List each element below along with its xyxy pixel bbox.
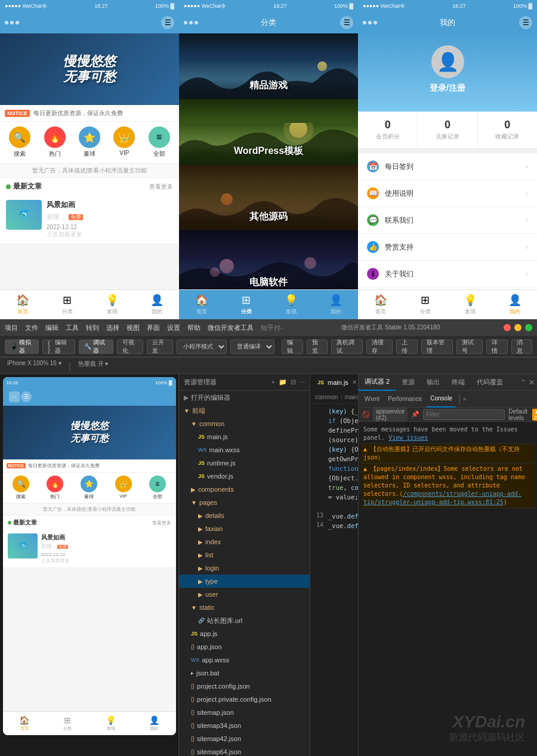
- win-min-btn[interactable]: [514, 324, 521, 331]
- menu-file[interactable]: 文件: [25, 323, 38, 332]
- mini-nav-home[interactable]: 🏠 首页: [3, 712, 47, 735]
- panel3-nav-category[interactable]: ⊞ 分类: [403, 290, 448, 319]
- panel2-cat-wp[interactable]: WordPress模板: [179, 99, 358, 165]
- debug-tab-resources[interactable]: 资源: [396, 374, 421, 391]
- panel1-article-item[interactable]: 🐬 风景如画 权限：免费 2022-12-12 上次加载更多: [0, 195, 179, 244]
- tb-testnum-btn[interactable]: 测试号: [456, 340, 483, 354]
- panel1-section-more[interactable]: 查看更多: [149, 183, 173, 191]
- panel3-nav-mine[interactable]: 👤 我的: [492, 290, 537, 319]
- panel1-nav-home[interactable]: 🏠 首页: [0, 290, 45, 319]
- menu-tools[interactable]: 工具: [66, 323, 79, 332]
- tree-url-file[interactable]: 🔗 站长图库.url: [179, 614, 310, 627]
- console-tab-console[interactable]: Console: [427, 391, 456, 408]
- panel1-icon-hot[interactable]: 🔥 热门: [40, 126, 70, 158]
- panel2-nav-category[interactable]: ⊞ 分类: [224, 290, 268, 319]
- tb-edit-btn[interactable]: 编辑: [282, 340, 303, 354]
- tree-app-json[interactable]: {} app.json: [179, 640, 310, 653]
- debug-tab-output[interactable]: 输出: [421, 374, 446, 391]
- tree-details-folder[interactable]: ▶ details: [179, 509, 310, 522]
- tb-upload-btn[interactable]: 上传: [396, 340, 417, 354]
- tree-common-folder[interactable]: ▼ common: [179, 417, 310, 430]
- menu-help[interactable]: 帮助: [187, 323, 200, 332]
- tree-frontend-folder[interactable]: ▼ 前端: [179, 404, 310, 417]
- menu-view[interactable]: 视图: [126, 323, 140, 332]
- tree-pages-folder[interactable]: ▼ pages: [179, 496, 310, 509]
- console-filter-input[interactable]: [423, 409, 505, 420]
- tree-json-bat[interactable]: ▸ json.bat: [179, 666, 310, 680]
- view-issues-link[interactable]: View issues: [388, 434, 428, 441]
- panel3-nav-discover[interactable]: 💡 发现: [448, 290, 492, 319]
- tree-project-private-config[interactable]: {} project.private.config.json: [179, 693, 310, 706]
- console-more-icon[interactable]: »: [463, 396, 467, 402]
- panel1-nav-icon[interactable]: ☰: [161, 16, 174, 29]
- debug-tab-terminal[interactable]: 终端: [446, 374, 471, 391]
- panel2-nav-icon[interactable]: ☰: [340, 16, 353, 29]
- panel3-menu-signin[interactable]: 📅 每日签到 ›: [358, 153, 537, 180]
- tree-list-folder[interactable]: ▶ list: [179, 548, 310, 561]
- menu-edit[interactable]: 编辑: [45, 323, 58, 332]
- tb-btn-debugger[interactable]: 🔧调试器: [79, 340, 113, 354]
- panel3-menu-guide[interactable]: 📖 使用说明 ›: [358, 180, 537, 207]
- hot-reload-btn[interactable]: 热重载 开 ▾: [76, 360, 111, 372]
- device-selector[interactable]: iPhone X 100% 16 ▾: [5, 360, 64, 372]
- panel2-cat-other[interactable]: 其他源码: [179, 165, 358, 230]
- tb-realtest-btn[interactable]: 真机调试: [331, 340, 363, 354]
- tb-mode-select[interactable]: 小程序模式: [177, 340, 227, 354]
- tree-collapse-icon[interactable]: ⊟: [291, 378, 296, 386]
- panel2-cat-games[interactable]: 精品游戏: [179, 33, 358, 99]
- menu-zhihu[interactable]: 知乎付-: [261, 323, 283, 332]
- tree-project-config[interactable]: {} project.config.json: [179, 680, 310, 693]
- mini-nav-mine[interactable]: 👤 我的: [132, 712, 176, 735]
- mini-section-more[interactable]: 查看更多: [152, 520, 171, 526]
- tree-app-js[interactable]: JS app.js: [179, 627, 310, 640]
- menu-interface[interactable]: 界面: [147, 323, 160, 332]
- tree-runtime-js[interactable]: JS runtime.js: [179, 456, 310, 470]
- tb-compile-select[interactable]: 普通编译: [230, 340, 274, 354]
- panel2-nav-mine[interactable]: 👤 我的: [313, 290, 358, 319]
- tb-clearcache-btn[interactable]: 清缓存: [366, 340, 393, 354]
- tree-sitemap64[interactable]: {} sitemap64.json: [179, 745, 310, 756]
- tree-folder-icon[interactable]: 📁: [279, 378, 287, 386]
- console-pin-icon[interactable]: 📌: [411, 411, 419, 418]
- appservice-badge[interactable]: appservice (#2): [373, 408, 408, 422]
- menu-select[interactable]: 选择: [106, 323, 119, 332]
- console-tab-wxml[interactable]: Wxml: [361, 391, 383, 408]
- console-default-levels[interactable]: Default levels: [508, 408, 527, 421]
- mini-nav-category[interactable]: ⊞ 分类: [46, 712, 90, 735]
- menu-settings[interactable]: 设置: [167, 323, 180, 332]
- tb-btn-simulator[interactable]: 📱模拟器: [5, 340, 39, 354]
- tb-btn-editor[interactable]: { }编辑器: [42, 340, 75, 354]
- tb-preview-btn[interactable]: 预览: [307, 340, 328, 354]
- panel1-nav-discover[interactable]: 💡 发现: [90, 290, 134, 319]
- panel1-nav-mine[interactable]: 👤 我的: [134, 290, 179, 319]
- debug-tab-debugger[interactable]: 调试器 2: [359, 374, 396, 391]
- console-clear-icon[interactable]: 🚫: [362, 411, 369, 418]
- menu-goto[interactable]: 转到: [86, 323, 99, 332]
- tree-more-icon[interactable]: ···: [300, 378, 305, 386]
- tree-add-icon[interactable]: +: [271, 378, 274, 386]
- tb-details-btn[interactable]: 详情: [486, 340, 507, 354]
- tree-type-folder[interactable]: ▶ type: [179, 575, 310, 588]
- tb-versionmgr-btn[interactable]: 版本管理: [421, 340, 453, 354]
- menu-wechat-devtools[interactable]: 微信开发者工具: [208, 323, 254, 332]
- tb-messages-btn[interactable]: 消息: [511, 340, 532, 354]
- tree-app-wxss[interactable]: WX app.wxss: [179, 653, 310, 666]
- panel1-icon-all[interactable]: ≡ 全部: [144, 126, 174, 158]
- panel3-nav-icon[interactable]: ☰: [519, 16, 532, 29]
- panel3-login-btn[interactable]: 登录/注册: [430, 83, 465, 94]
- win-max-btn[interactable]: [525, 324, 532, 331]
- tree-sitemap42[interactable]: {} sitemap42.json: [179, 732, 310, 745]
- panel3-menu-contact[interactable]: 💬 联系我们 ›: [358, 207, 537, 234]
- panel3-menu-about[interactable]: ℹ 关于我们 ›: [358, 261, 537, 288]
- mini-nav-discover[interactable]: 💡 发现: [90, 712, 133, 735]
- panel1-icon-search[interactable]: 🔍 搜索: [5, 126, 35, 158]
- console-tab-performance[interactable]: Performance: [384, 391, 425, 408]
- panel3-nav-home[interactable]: 🏠 首页: [358, 290, 403, 319]
- win-close-btn[interactable]: [504, 324, 511, 331]
- panel1-icon-vip[interactable]: 👑 VIP: [109, 126, 139, 158]
- panel2-nav-home[interactable]: 🏠 首页: [179, 290, 224, 319]
- tree-main-js[interactable]: JS main.js: [179, 430, 310, 443]
- tree-index-folder[interactable]: ▶ index: [179, 535, 310, 548]
- panel2-nav-discover[interactable]: 💡 发现: [268, 290, 313, 319]
- debug-tab-coverage[interactable]: 代码覆盖: [471, 374, 509, 391]
